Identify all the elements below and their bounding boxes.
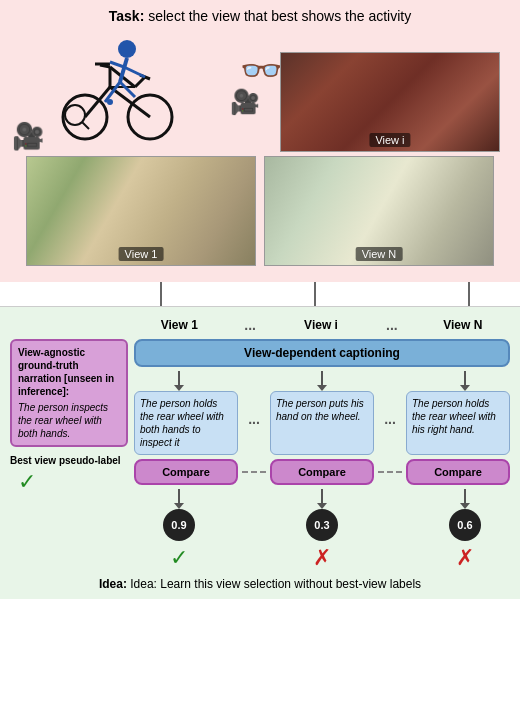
score-value-3: 0.6	[449, 509, 481, 541]
captions-dots2: ···	[378, 391, 402, 455]
idea-label: Idea:	[99, 577, 130, 591]
photo-view1-container: View 1	[26, 156, 256, 266]
svg-line-7	[135, 77, 145, 87]
top-section: Task: select the view that best shows th…	[0, 0, 520, 282]
result-row: ✓ ✗ ✗	[134, 545, 510, 571]
pseudo-label-check-icon: ✓	[18, 469, 36, 495]
svg-line-14	[124, 67, 145, 77]
conn-dots2	[366, 282, 417, 306]
view-labels-row: View 1 ... View i ... View N	[10, 317, 510, 333]
left-panel: View-agnostic ground-truth narration [un…	[10, 339, 128, 495]
view1-label: View 1	[119, 247, 164, 261]
illustration-row: 🎥	[10, 32, 510, 152]
task-label: Task:	[109, 8, 145, 24]
main-content-row: View-agnostic ground-truth narration [un…	[10, 339, 510, 571]
svg-point-17	[107, 99, 113, 105]
connector-lines	[0, 282, 520, 306]
compare-btn-3[interactable]: Compare	[406, 459, 510, 485]
captioning-box: View-dependent captioning	[134, 339, 510, 367]
viewi-label: View i	[369, 133, 410, 147]
photo-viewi-container: View i	[280, 52, 510, 152]
conn-line-viewi	[264, 282, 367, 306]
photo-viewi: View i	[280, 52, 500, 152]
result-cross-icon-1: ✗	[277, 545, 367, 571]
camera-red-icon: 🎥	[230, 88, 260, 116]
right-panel: View-dependent captioning The person hol…	[134, 339, 510, 571]
person-bike-illustration	[55, 37, 195, 147]
narration-title: View-agnostic ground-truth narration [un…	[18, 346, 120, 398]
arrow1	[134, 371, 224, 387]
idea-text: Idea: Idea: Learn this view selection wi…	[10, 577, 510, 591]
captions-dots: ···	[242, 391, 266, 455]
photos-row: View 1 View N	[10, 156, 510, 272]
spacer1	[228, 371, 273, 387]
scores-row: 0.9 0.3 0.6	[134, 509, 510, 541]
compare-btn-2[interactable]: Compare	[270, 459, 374, 485]
camera-green-icon: 🎥	[12, 121, 44, 152]
score-circle-3: 0.6	[420, 509, 510, 541]
svg-line-13	[110, 62, 124, 67]
compare-row: Compare Compare Compare	[134, 459, 510, 485]
conn-line-view1	[110, 282, 213, 306]
dots1: ...	[227, 317, 274, 333]
viewN-top-label: View N	[416, 318, 511, 332]
narration-text: The person inspects the rear wheel with …	[18, 401, 120, 440]
arrows-row	[134, 371, 510, 387]
spacer2	[371, 371, 416, 387]
conn-line-viewN	[418, 282, 521, 306]
photo-view1: View 1	[26, 156, 256, 266]
dashed-line-2	[378, 471, 402, 473]
viewN-label: View N	[356, 247, 403, 261]
task-description: select the view that best shows the acti…	[148, 8, 411, 24]
bottom-section: View 1 ... View i ... View N View-agnost…	[0, 306, 520, 599]
score-circle-2: 0.3	[277, 509, 367, 541]
result-check-icon: ✓	[134, 545, 224, 571]
captions-row: The person holds the rear wheel with bot…	[134, 391, 510, 455]
illustration-left: 🎥	[10, 32, 220, 152]
illustration-right: 👓 🎥 View i	[220, 48, 510, 152]
caption1-bubble: The person holds the rear wheel with bot…	[134, 391, 238, 455]
compare-btn-1[interactable]: Compare	[134, 459, 238, 485]
score-circle-1: 0.9	[134, 509, 224, 541]
dots2: ...	[368, 317, 415, 333]
arrow3	[420, 371, 510, 387]
svg-point-11	[118, 40, 136, 58]
viewi-top-label: View i	[274, 318, 369, 332]
score-value-1: 0.9	[163, 509, 195, 541]
arrows-row2	[134, 489, 510, 505]
view1-top-label: View 1	[132, 318, 227, 332]
svg-line-19	[82, 122, 89, 129]
caption2-bubble: The person puts his hand on the wheel.	[270, 391, 374, 455]
pseudo-label-title: Best view pseudo-label	[10, 455, 121, 466]
glasses-icon: 👓	[240, 50, 282, 90]
conn-dots	[213, 282, 264, 306]
photo-viewN-container: View N	[264, 156, 494, 266]
score-value-2: 0.3	[306, 509, 338, 541]
caption3-bubble: The person holds the rear wheel with his…	[406, 391, 510, 455]
arrow2	[277, 371, 367, 387]
photo-viewN: View N	[264, 156, 494, 266]
narration-box: View-agnostic ground-truth narration [un…	[10, 339, 128, 447]
dashed-line-1	[242, 471, 266, 473]
pseudo-label-box: Best view pseudo-label ✓	[10, 455, 128, 495]
task-title: Task: select the view that best shows th…	[10, 8, 510, 24]
result-cross-icon-2: ✗	[420, 545, 510, 571]
idea-description: Idea: Learn this view selection without …	[130, 577, 421, 591]
